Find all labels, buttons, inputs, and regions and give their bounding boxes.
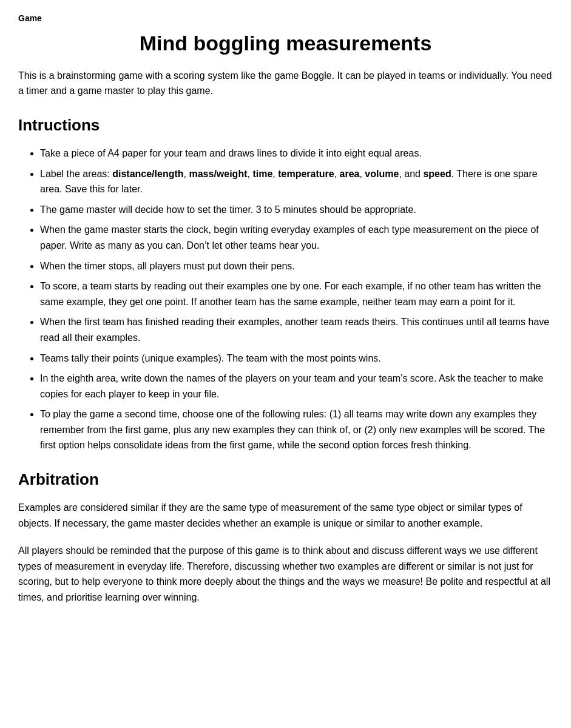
list-item: When the game master starts the clock, b… [40, 222, 553, 253]
list-item: Teams tally their points (unique example… [40, 351, 553, 366]
list-item: When the first team has finished reading… [40, 314, 553, 345]
list-item: Take a piece of A4 paper for your team a… [40, 146, 553, 161]
page-label: Game [18, 12, 553, 25]
instructions-list: Take a piece of A4 paper for your team a… [18, 146, 553, 453]
list-item: The game master will decide how to set t… [40, 202, 553, 218]
list-item: In the eighth area, write down the names… [40, 371, 553, 402]
instructions-heading: Intructions [18, 113, 553, 137]
arbitration-para-2: All players should be reminded that the … [18, 543, 553, 605]
arbitration-heading: Arbitration [18, 468, 553, 491]
list-item: Label the areas: distance/length, mass/w… [40, 166, 553, 197]
page-title: Mind boggling measurements [18, 31, 553, 56]
list-item: When the timer stops, all players must p… [40, 258, 553, 274]
arbitration-para-1: Examples are considered similar if they … [18, 500, 553, 531]
list-item: To play the game a second time, choose o… [40, 406, 553, 453]
list-item: To score, a team starts by reading out t… [40, 278, 553, 309]
intro-text: This is a brainstorming game with a scor… [18, 68, 553, 99]
